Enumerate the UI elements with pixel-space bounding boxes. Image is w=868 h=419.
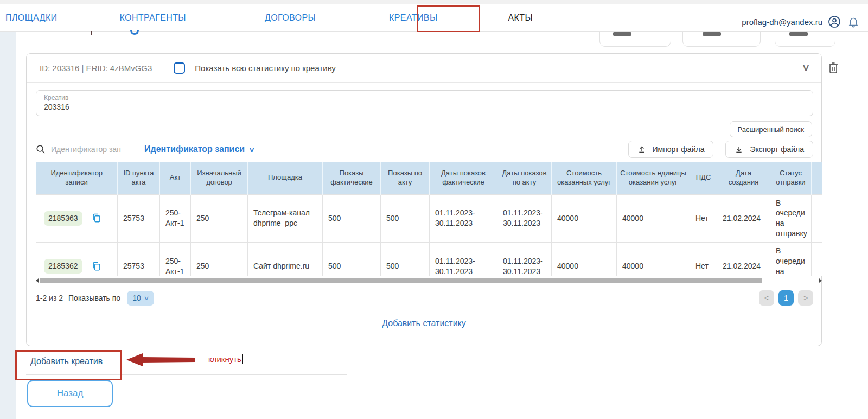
show-all-statistics-checkbox[interactable] (174, 62, 185, 74)
col-act-item-id: ID пункта акта (118, 162, 160, 194)
cell-created: 21.02.2024 (717, 194, 770, 243)
cell-act: 250-Акт-1 (160, 243, 191, 276)
scrollbar-thumb[interactable] (40, 278, 762, 283)
clipped-icon (703, 32, 721, 36)
statistics-table-wrapper: Идентификатор записи ID пункта акта Акт … (36, 162, 822, 276)
user-email: proflag-dh@yandex.ru (742, 17, 822, 27)
divider (26, 374, 347, 375)
page-1-button[interactable]: 1 (778, 290, 794, 306)
right-scroll-rail (845, 32, 845, 419)
prev-page-button[interactable]: < (759, 290, 774, 306)
cell-initial-contract: 250 (191, 243, 248, 276)
scroll-left-icon[interactable] (36, 278, 39, 283)
back-button[interactable]: Назад (27, 380, 113, 407)
copy-icon[interactable] (91, 213, 102, 224)
cell-act-item-id: 25753 (118, 243, 160, 276)
add-creative-link[interactable]: Добавить креатив (30, 357, 103, 366)
col-dates-by-act: Даты показов по акту (497, 162, 552, 194)
delete-act-trash-icon[interactable] (828, 61, 839, 77)
tab-dogovory[interactable]: ДОГОВОРЫ (265, 13, 316, 23)
col-clipped (812, 162, 822, 194)
col-initial-contract: Изначальный договор (191, 162, 248, 194)
pagination-range: 1-2 из 2 (36, 294, 63, 302)
search-field-selector[interactable]: Идентификатор записи ∨ (144, 144, 254, 154)
pagination-row: 1-2 из 2 Показывать по 10 ∨ < 1 > (36, 290, 813, 306)
col-impressions-by-act: Показы по акту (381, 162, 430, 194)
cell-platform: Сайт dhprime.ru (248, 243, 323, 276)
cell-created: 21.02.2024 (717, 243, 770, 276)
cell-vat: Нет (690, 194, 717, 243)
tab-kontragenty[interactable]: КОНТРАГЕНТЫ (120, 13, 186, 23)
col-vat: НДС (690, 162, 717, 194)
cell-dates-actual: 01.11.2023-30.11.2023 (430, 243, 497, 276)
copy-icon[interactable] (91, 261, 102, 272)
cell-status: В очереди на отправку (770, 194, 812, 243)
col-record-id: Идентификатор записи (36, 162, 118, 194)
cell-dates-actual: 01.11.2023-30.11.2023 (430, 194, 497, 243)
cell-impressions-by-act: 500 (381, 243, 430, 276)
cell-clipped (812, 243, 822, 276)
scroll-right-icon[interactable] (819, 278, 822, 283)
record-id-badge: 2185362 (44, 259, 82, 274)
search-input[interactable] (51, 145, 137, 154)
col-unit-cost: Стоимость единицы оказания услуг (617, 162, 690, 194)
creative-field[interactable]: Креатив 203316 (36, 90, 813, 116)
statistics-table: Идентификатор записи ID пункта акта Акт … (36, 162, 822, 276)
act-card: ID: 203316 | ERID: 4zBMvGG3 Показать всю… (26, 53, 822, 346)
per-page-value: 10 (132, 294, 141, 302)
record-id-badge: 2185363 (44, 211, 82, 226)
search-icon (36, 144, 46, 154)
col-status: Статус отправки (770, 162, 812, 194)
tab-akty-active[interactable]: АКТЫ (508, 13, 533, 23)
next-page-button[interactable]: > (798, 290, 813, 306)
col-impressions-actual: Показы фактические (323, 162, 381, 194)
act-id-erid-label: ID: 203316 | ERID: 4zBMvGG3 (40, 64, 152, 73)
clipped-title-fragment (91, 31, 92, 35)
import-file-button[interactable]: Импорт файла (628, 141, 714, 158)
add-statistics-link[interactable]: Добавить статистику (27, 319, 821, 328)
search-toolbar: Идентификатор записи ∨ Импорт файла Эксп… (36, 139, 813, 159)
cell-vat: Нет (690, 243, 717, 276)
table-row: 2185363 25753 250-Акт-1 250 Телеграм-кан… (36, 194, 822, 243)
cell-platform: Телеграм-канал dhprime_ppc (248, 194, 323, 243)
annotation-arrow-icon (126, 353, 195, 369)
clipped-refresh-icon (130, 30, 139, 35)
search-field-selector-label: Идентификатор записи (144, 144, 245, 154)
app-root: ПЛОЩАДКИ КОНТРАГЕНТЫ ДОГОВОРЫ КРЕАТИВЫ А… (0, 0, 868, 419)
cell-unit-cost: 40000 (617, 243, 690, 276)
nav-tabs: ПЛОЩАДКИ КОНТРАГЕНТЫ ДОГОВОРЫ КРЕАТИВЫ А… (0, 13, 533, 23)
chevron-down-icon: ∨ (144, 295, 149, 302)
account-area: proflag-dh@yandex.ru (742, 8, 860, 36)
show-all-statistics-label: Показать всю статистику по креативу (195, 64, 336, 73)
table-header-row: Идентификатор записи ID пункта акта Акт … (36, 162, 822, 194)
cell-impressions-actual: 500 (323, 243, 381, 276)
cell-status: В очереди на отправку (770, 243, 812, 276)
table-row: 2185362 25753 250-Акт-1 250 Сайт dhprime… (36, 243, 822, 276)
window-top-strip (0, 0, 868, 4)
file-buttons: Импорт файла Экспорт файла (628, 141, 814, 158)
cell-act-item-id: 25753 (118, 194, 160, 243)
creative-field-label: Креатив (44, 94, 805, 101)
pagination-buttons: < 1 > (759, 290, 813, 306)
cell-services-cost: 40000 (552, 243, 617, 276)
tab-ploshchadki[interactable]: ПЛОЩАДКИ (5, 13, 58, 23)
divider (27, 313, 821, 313)
export-file-button[interactable]: Экспорт файла (725, 141, 813, 158)
tab-kreativy[interactable]: КРЕАТИВЫ (389, 13, 437, 23)
notifications-bell-icon[interactable] (846, 15, 860, 29)
advanced-search-button[interactable]: Расширенный поиск (730, 121, 812, 137)
cell-initial-contract: 250 (191, 194, 248, 243)
per-page-select[interactable]: 10 ∨ (127, 291, 154, 306)
upload-icon (637, 145, 646, 154)
collapse-chevron-icon[interactable]: ∨ (801, 61, 810, 73)
col-created: Дата создания (717, 162, 770, 194)
account-icon[interactable] (827, 15, 841, 29)
download-icon (735, 145, 743, 154)
cell-clipped (812, 194, 822, 243)
creative-field-value: 203316 (44, 103, 805, 111)
chevron-down-icon: ∨ (248, 145, 256, 154)
col-act: Акт (160, 162, 191, 194)
import-file-label: Импорт файла (653, 145, 705, 154)
cell-unit-cost: 40000 (617, 194, 690, 243)
horizontal-scrollbar (36, 277, 822, 284)
